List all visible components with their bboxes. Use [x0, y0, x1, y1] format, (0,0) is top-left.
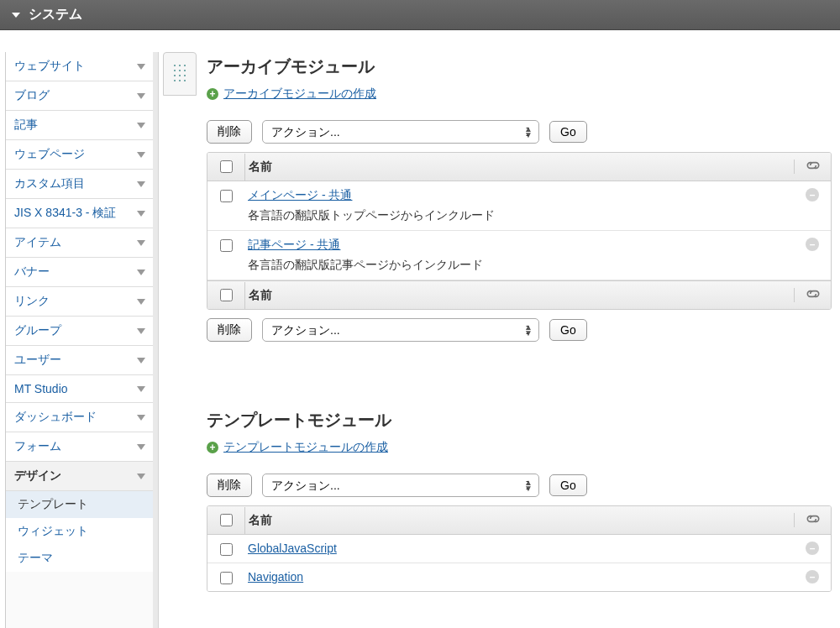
sidebar-subitem-templates[interactable]: テンプレート [6, 491, 154, 518]
row-checkbox[interactable] [220, 543, 233, 556]
delete-button[interactable]: 削除 [207, 318, 252, 342]
unlinked-icon: – [806, 188, 819, 201]
create-template-link[interactable]: テンプレートモジュールの作成 [223, 440, 388, 455]
sidebar-item-group[interactable]: グループ [6, 317, 154, 346]
plus-icon: + [207, 88, 218, 100]
table-row: 記事ページ - 共通 各言語の翻訳版記事ページからインクルード – [207, 231, 831, 280]
action-select[interactable]: アクション... [262, 120, 539, 144]
delete-button[interactable]: 削除 [207, 120, 252, 144]
sidebar-item-jis[interactable]: JIS X 8341-3 - 検証 [6, 199, 154, 228]
template-description: 各言語の翻訳版記事ページからインクルード [248, 258, 790, 273]
template-title-link[interactable]: メインページ - 共通 [248, 188, 352, 201]
chevron-down-icon [137, 123, 145, 128]
template-toolbar-top: 削除 アクション... ▲▼ Go [207, 474, 832, 497]
chevron-down-icon [137, 181, 145, 187]
sidebar-item-entry[interactable]: 記事 [6, 111, 154, 140]
sidebar-subitem-widgets[interactable]: ウィジェット [6, 518, 154, 545]
unlinked-icon: – [806, 570, 819, 584]
chevron-down-icon[interactable] [12, 13, 20, 18]
row-checkbox[interactable] [220, 190, 233, 202]
sidebar-item-link[interactable]: リンク [6, 287, 154, 317]
chevron-down-icon [137, 152, 145, 158]
sidebar-item-mtstudio[interactable]: MT Studio [6, 375, 154, 403]
action-select[interactable]: アクション... [262, 318, 539, 342]
chevron-down-icon [137, 358, 145, 364]
template-title-link[interactable]: 記事ページ - 共通 [248, 238, 340, 251]
row-checkbox[interactable] [220, 239, 233, 252]
go-button[interactable]: Go [549, 474, 587, 496]
sidebar-item-banner[interactable]: バナー [6, 258, 154, 287]
plus-icon: + [207, 442, 218, 453]
template-table: 名前 GlobalJavaScript – Navigation – [207, 505, 832, 592]
table-footer: 名前 [207, 280, 831, 309]
unlinked-icon: – [806, 238, 819, 251]
sidebar: ウェブサイト ブログ 記事 ウェブページ カスタム項目 JIS X 8341-3… [5, 52, 155, 628]
chevron-down-icon [137, 64, 145, 70]
select-all-checkbox[interactable] [220, 289, 233, 301]
sidebar-item-user[interactable]: ユーザー [6, 346, 154, 375]
template-title-link[interactable]: GlobalJavaScript [248, 542, 337, 555]
unlinked-icon: – [806, 542, 819, 555]
sidebar-item-item[interactable]: アイテム [6, 228, 154, 258]
template-description: 各言語の翻訳版トップページからインクルード [248, 208, 790, 223]
sidebar-item-website[interactable]: ウェブサイト [6, 52, 154, 81]
archive-table: 名前 メインページ - 共通 各言語の翻訳版トップページからインクルード – [207, 152, 832, 310]
sidebar-item-custom-fields[interactable]: カスタム項目 [6, 170, 154, 199]
table-row: Navigation – [207, 563, 831, 591]
col-header-name[interactable]: 名前 [244, 154, 794, 181]
chevron-down-icon [137, 270, 145, 275]
table-row: GlobalJavaScript – [207, 535, 831, 563]
col-header-link[interactable] [794, 513, 831, 527]
go-button[interactable]: Go [549, 121, 587, 143]
chevron-down-icon [137, 386, 145, 392]
topbar: システム [0, 0, 840, 30]
delete-button[interactable]: 削除 [207, 474, 252, 497]
col-header-link[interactable] [794, 160, 831, 174]
sidebar-item-dashboard[interactable]: ダッシュボード [6, 403, 154, 432]
chevron-down-icon [137, 240, 145, 246]
archive-toolbar-top: 削除 アクション... ▲▼ Go [207, 120, 832, 144]
col-footer-link[interactable] [794, 288, 831, 302]
col-header-name[interactable]: 名前 [244, 507, 794, 534]
archive-toolbar-bottom: 削除 アクション... ▲▼ Go [207, 318, 832, 342]
chevron-down-icon [137, 444, 145, 450]
link-icon [805, 513, 822, 527]
template-title-link[interactable]: Navigation [248, 570, 303, 584]
grip-icon [172, 63, 187, 85]
sidebar-item-blog[interactable]: ブログ [6, 81, 154, 111]
select-all-checkbox[interactable] [220, 160, 233, 173]
chevron-down-icon [137, 474, 145, 479]
table-row: メインページ - 共通 各言語の翻訳版トップページからインクルード – [207, 181, 831, 231]
table-header: 名前 [207, 506, 831, 535]
chevron-down-icon [137, 93, 145, 99]
row-checkbox[interactable] [220, 572, 233, 584]
create-archive-link[interactable]: アーカイブモジュールの作成 [223, 86, 376, 102]
action-select[interactable]: アクション... [262, 474, 539, 497]
select-all-checkbox[interactable] [220, 514, 233, 526]
sidebar-subitem-themes[interactable]: テーマ [6, 545, 154, 572]
chevron-down-icon [137, 328, 145, 334]
col-footer-name[interactable]: 名前 [244, 282, 794, 309]
link-icon [805, 160, 822, 174]
side-tab-handle[interactable] [163, 52, 197, 96]
section-heading-template: テンプレートモジュール [207, 409, 832, 432]
go-button[interactable]: Go [549, 319, 587, 341]
page-scope-title: システム [29, 6, 82, 24]
chevron-down-icon [137, 299, 145, 305]
sidebar-item-webpage[interactable]: ウェブページ [6, 140, 154, 170]
link-icon [805, 288, 822, 302]
table-header: 名前 [207, 153, 831, 181]
sidebar-item-form[interactable]: フォーム [6, 432, 154, 462]
chevron-down-icon [137, 415, 145, 421]
sidebar-item-design[interactable]: デザイン [6, 462, 154, 491]
section-heading-archive: アーカイブモジュール [207, 55, 832, 78]
chevron-down-icon [137, 211, 145, 217]
